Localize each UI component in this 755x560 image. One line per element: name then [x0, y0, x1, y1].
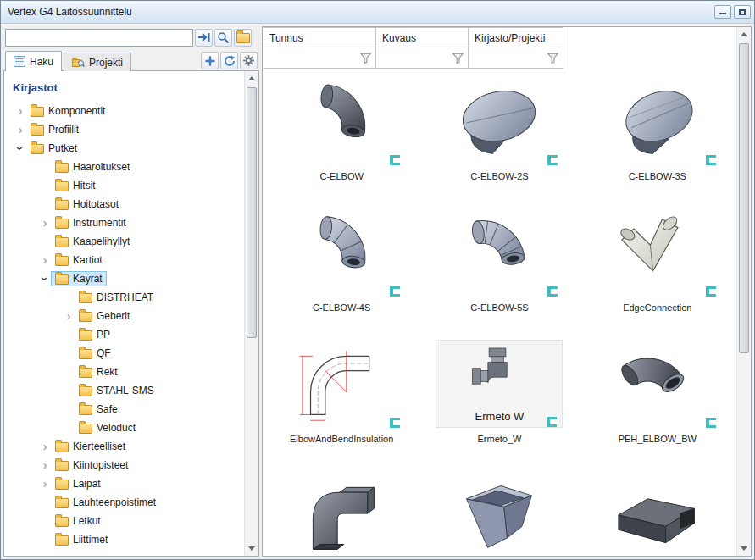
- search-input[interactable]: [5, 29, 193, 47]
- part-preview-image: [292, 343, 391, 424]
- tree-item-label: Hitsit: [73, 180, 96, 191]
- tree-item-lauhteenpoistimet[interactable]: Lauhteenpoistimet: [4, 493, 244, 512]
- tab-projekti[interactable]: Projekti: [64, 53, 131, 71]
- folder-icon: [31, 125, 44, 136]
- tree-item-safe[interactable]: Safe: [4, 400, 244, 419]
- maximize-button[interactable]: [734, 5, 751, 19]
- tree-item-veloduct[interactable]: Veloduct: [4, 419, 244, 437]
- tree-item-kayrat[interactable]: Kayrat: [4, 269, 244, 288]
- tree-item-letkut[interactable]: Letkut: [4, 512, 244, 530]
- search-button[interactable]: [214, 29, 232, 47]
- chevron-down-icon[interactable]: [14, 144, 26, 153]
- tab-haku[interactable]: Haku: [5, 51, 62, 71]
- chevron-down-icon[interactable]: [39, 274, 51, 284]
- scrollbar-thumb[interactable]: [739, 43, 749, 353]
- catalog-item-elbowandbendinsulation[interactable]: ElbowAndBendInsulation: [269, 340, 414, 471]
- scroll-up-button[interactable]: [737, 27, 751, 42]
- filter-funnel-icon[interactable]: [547, 52, 559, 64]
- column-header-kirjasto-projekti[interactable]: Kirjasto/Projekti: [469, 27, 563, 69]
- catalog-item-c-elbow-2s[interactable]: C-ELBOW-2S: [426, 77, 572, 208]
- tree-item-profiilit[interactable]: Profiilit: [4, 120, 244, 139]
- scrollbar-thumb[interactable]: [247, 87, 257, 338]
- tree-item-kierteelliset[interactable]: Kierteelliset: [4, 437, 244, 456]
- settings-button[interactable]: [240, 52, 258, 69]
- thumbnail-caption: Ermeto W: [436, 410, 562, 423]
- scroll-down-button[interactable]: [245, 541, 258, 556]
- tree-item-hitsit[interactable]: Hitsit: [4, 176, 244, 195]
- tree-item-kartiot[interactable]: Kartiot: [4, 251, 244, 269]
- tree-item-pp[interactable]: PP: [4, 325, 244, 344]
- minimize-button[interactable]: [714, 5, 731, 19]
- tree-item-putket[interactable]: Putket: [4, 139, 244, 158]
- catalog-item-row4-3[interactable]: [585, 471, 730, 556]
- folder-icon: [55, 535, 69, 546]
- tree-item-liittimet[interactable]: Liittimet: [4, 530, 244, 549]
- tree-item-label: DISTRHEAT: [97, 291, 153, 303]
- tree-item-stahl-sms[interactable]: STAHL-SMS: [4, 381, 244, 400]
- arrow-right-icon: [197, 31, 211, 43]
- filter-funnel-icon[interactable]: [359, 52, 372, 64]
- catalog-item-row4-2[interactable]: [426, 471, 572, 556]
- selected-tree-node[interactable]: Kayrat: [51, 271, 107, 286]
- folder-icon: [79, 293, 92, 303]
- catalog-item-c-elbow-4s[interactable]: C-ELBOW-4S: [269, 208, 414, 340]
- catalog-item-ermeto-w[interactable]: Ermeto W Ermeto_W: [426, 340, 572, 471]
- catalog-item-c-elbow-5s[interactable]: C-ELBOW-5S: [426, 208, 572, 340]
- minimize-icon: [719, 13, 726, 14]
- catalog-item-label: PEH_ELBOW_BW: [619, 434, 697, 446]
- open-library-button[interactable]: [234, 29, 252, 47]
- tree-item-label: Liittimet: [73, 534, 108, 546]
- tree-item-label: Putket: [48, 142, 77, 154]
- title-bar: Vertex G4 Laitossuunnittelu: [1, 1, 754, 24]
- tree-item-instrumentit[interactable]: Instrumentit: [4, 213, 244, 232]
- chevron-right-icon[interactable]: [39, 219, 51, 228]
- tree-item-distrheat[interactable]: DISTRHEAT: [4, 288, 244, 307]
- refresh-button[interactable]: [220, 52, 238, 69]
- filter-funnel-icon[interactable]: [452, 52, 464, 64]
- scroll-up-button[interactable]: [245, 71, 258, 86]
- library-tree: Kirjastot Komponentit Profiilit Putket H…: [4, 71, 244, 556]
- chevron-right-icon[interactable]: [39, 442, 51, 452]
- column-header-row: Tunnus Kuvaus Kirjasto/Projekti: [263, 27, 736, 69]
- catalog-item-peh-elbow-bw[interactable]: PEH_ELBOW_BW: [585, 340, 730, 471]
- chevron-right-icon[interactable]: [63, 312, 75, 321]
- chevron-right-icon[interactable]: [14, 125, 26, 135]
- tree-item-qf[interactable]: QF: [4, 344, 244, 363]
- chevron-right-icon[interactable]: [14, 107, 26, 116]
- scrollbar-track[interactable]: [245, 86, 258, 541]
- tree-item-rekt[interactable]: Rekt: [4, 363, 244, 381]
- tree-scrollbar[interactable]: [244, 71, 258, 556]
- grid-scrollbar[interactable]: [736, 27, 751, 556]
- catalog-item-c-elbow[interactable]: C-ELBOW: [269, 77, 414, 208]
- component-grid: C-ELBOW C-ELBOW-2S: [263, 69, 736, 556]
- chevron-right-icon[interactable]: [39, 461, 51, 470]
- search-submit-button[interactable]: [195, 29, 213, 47]
- chevron-right-icon[interactable]: [39, 480, 51, 489]
- refresh-icon: [224, 55, 236, 67]
- tree-item-label: Geberit: [97, 310, 130, 322]
- tree-item-hoitotasot[interactable]: Hoitotasot: [4, 195, 244, 213]
- tree-item-haaroitukset[interactable]: Haaroitukset: [4, 158, 244, 176]
- scrollbar-track[interactable]: [737, 42, 751, 541]
- catalog-item-thumbnail: [278, 208, 405, 297]
- tree-item-kiintopisteet[interactable]: Kiintopisteet: [4, 456, 244, 474]
- catalog-item-label: C-ELBOW: [319, 171, 363, 183]
- tree-item-komponentit[interactable]: Komponentit: [4, 102, 244, 120]
- folder-icon: [55, 181, 69, 191]
- chevron-right-icon[interactable]: [39, 256, 51, 265]
- catalog-item-row4-1[interactable]: [269, 471, 414, 556]
- column-header-kuvaus[interactable]: Kuvaus: [376, 27, 469, 69]
- tree-item-laipat[interactable]: Laipat: [4, 474, 244, 493]
- tree-item-kaapelihyllyt[interactable]: Kaapelihyllyt: [4, 232, 244, 251]
- folder-icon: [55, 498, 69, 508]
- catalog-item-c-elbow-3s[interactable]: C-ELBOW-3S: [585, 77, 730, 208]
- add-button[interactable]: [201, 52, 219, 69]
- scroll-down-button[interactable]: [737, 541, 751, 556]
- catalog-item-thumbnail: Ermeto W: [436, 340, 563, 428]
- tree-item-label: Laipat: [73, 478, 101, 490]
- tree-item-geberit[interactable]: Geberit: [4, 307, 244, 325]
- catalog-item-thumbnail: [594, 471, 721, 556]
- tree-item-label: Hoitotasot: [73, 198, 119, 210]
- catalog-item-edgeconnection[interactable]: EdgeConnection: [585, 208, 730, 340]
- column-header-tunnus[interactable]: Tunnus: [263, 27, 376, 69]
